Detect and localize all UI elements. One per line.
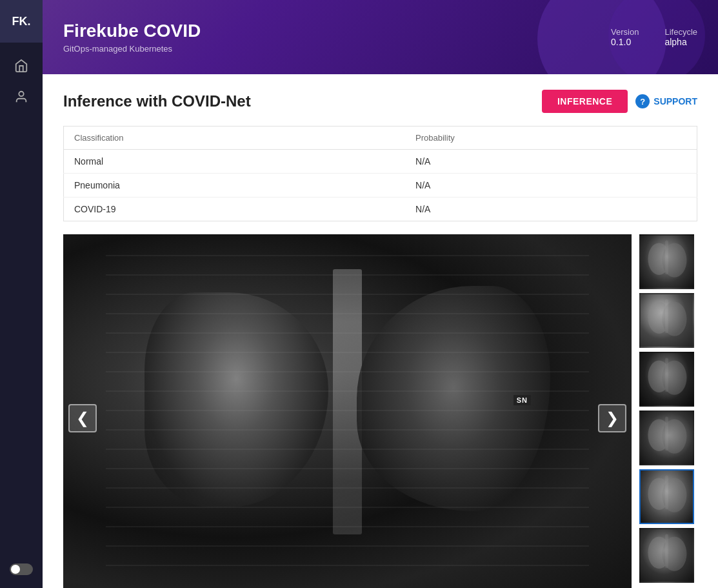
page-actions: INFERENCE ? SUPPORT	[542, 90, 697, 113]
version-meta: Version 0.1.0	[611, 27, 639, 47]
probability-cell: N/A	[405, 198, 697, 221]
classification-cell: Pneumonia	[64, 174, 406, 198]
svg-rect-6	[665, 299, 668, 333]
app-logo[interactable]: FK.	[0, 0, 43, 43]
sidebar-bottom	[10, 563, 33, 588]
main-image-container: SN ❮ ❯	[63, 234, 632, 588]
classification-cell: COVID-19	[64, 198, 406, 221]
thumbnail-5[interactable]	[639, 469, 694, 524]
main-content: Firekube COVID GitOps-managed Kubernetes…	[43, 0, 718, 588]
ribs-overlay	[106, 253, 589, 584]
thumbnail-1[interactable]	[639, 234, 694, 289]
thumbnail-4[interactable]	[639, 411, 694, 465]
support-label: SUPPORT	[653, 96, 697, 106]
svg-rect-12	[665, 417, 668, 451]
svg-rect-3	[665, 241, 668, 274]
col-classification: Classification	[64, 127, 406, 150]
thumbnail-6[interactable]	[639, 528, 694, 583]
xray-body: SN	[106, 253, 589, 584]
header-left: Firekube COVID GitOps-managed Kubernetes	[63, 21, 201, 54]
thumbnail-3[interactable]	[639, 352, 694, 407]
support-icon: ?	[635, 94, 650, 108]
image-area: SN ❮ ❯	[63, 234, 697, 588]
svg-point-0	[19, 92, 23, 96]
lifecycle-meta: Lifecycle alpha	[664, 27, 697, 47]
lifecycle-label: Lifecycle	[664, 27, 697, 37]
version-label: Version	[611, 27, 639, 37]
probability-cell: N/A	[405, 150, 697, 174]
svg-rect-9	[665, 358, 668, 392]
support-button[interactable]: ? SUPPORT	[635, 94, 697, 108]
sidebar-nav	[8, 43, 34, 563]
user-icon[interactable]	[8, 84, 34, 110]
app-subtitle: GitOps-managed Kubernetes	[63, 44, 201, 54]
table-row: COVID-19 N/A	[64, 198, 697, 221]
app-header: Firekube COVID GitOps-managed Kubernetes…	[43, 0, 718, 74]
page-title: Inference with COVID-Net	[63, 92, 251, 110]
header-right: Version 0.1.0 Lifecycle alpha	[611, 27, 697, 47]
classification-cell: Normal	[64, 150, 406, 174]
table-row: Normal N/A	[64, 150, 697, 174]
prev-image-button[interactable]: ❮	[68, 404, 97, 432]
page-header: Inference with COVID-Net INFERENCE ? SUP…	[63, 90, 697, 113]
thumbnail-strip	[639, 234, 697, 583]
classification-table: Classification Probability Normal N/A Pn…	[63, 126, 697, 221]
sn-badge: SN	[514, 395, 531, 405]
xray-image: SN	[63, 234, 632, 588]
version-value: 0.1.0	[611, 37, 639, 47]
svg-rect-18	[665, 534, 668, 568]
inference-button[interactable]: INFERENCE	[542, 90, 628, 113]
svg-rect-15	[665, 476, 668, 509]
dark-mode-toggle[interactable]	[10, 563, 33, 575]
home-icon[interactable]	[8, 53, 34, 79]
sidebar: FK.	[0, 0, 43, 588]
lifecycle-value: alpha	[664, 37, 697, 47]
next-image-button[interactable]: ❯	[598, 404, 626, 432]
table-row: Pneumonia N/A	[64, 174, 697, 198]
col-probability: Probability	[405, 127, 697, 150]
thumbnail-2[interactable]	[639, 293, 694, 348]
app-title: Firekube COVID	[63, 21, 201, 41]
page-content: Inference with COVID-Net INFERENCE ? SUP…	[43, 74, 718, 588]
probability-cell: N/A	[405, 174, 697, 198]
